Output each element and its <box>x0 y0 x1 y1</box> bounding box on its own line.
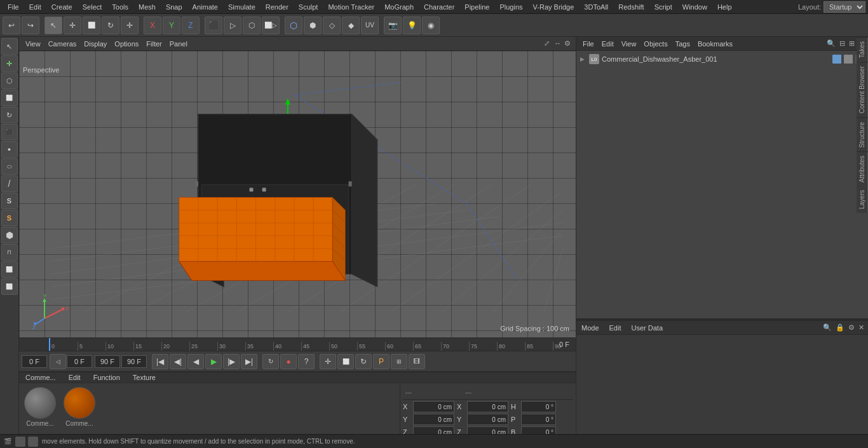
goto-start-button[interactable]: |◀ <box>152 354 168 369</box>
h-field[interactable] <box>521 401 556 412</box>
objects-view[interactable]: View <box>618 39 641 49</box>
material-swatch-1[interactable] <box>24 387 56 419</box>
cube-button[interactable]: ⬛ <box>205 17 222 34</box>
objects-objects[interactable]: Objects <box>640 39 671 49</box>
material-button[interactable]: ◉ <box>422 17 440 34</box>
attr-mode[interactable]: Mode <box>579 323 602 333</box>
grid-pb-btn[interactable]: ⊞ <box>391 354 407 369</box>
menu-motion-tracker[interactable]: Motion Tracker <box>323 2 379 12</box>
objects-tags[interactable]: Tags <box>672 39 694 49</box>
p-field[interactable] <box>521 414 556 425</box>
layout-select[interactable]: Startup <box>824 1 865 13</box>
settings-attr-icon[interactable]: ⚙ <box>847 322 856 333</box>
point-mode-button[interactable]: ◆ <box>342 17 360 34</box>
scale-tool-pb[interactable]: ⬜ <box>337 354 354 369</box>
undo-button[interactable]: ↩ <box>3 17 20 34</box>
menu-create[interactable]: Create <box>46 2 78 12</box>
vp-arrow-icon[interactable]: ↔ <box>554 39 563 48</box>
tool-magnet[interactable]: ⊓ <box>1 244 18 261</box>
tab-texture[interactable]: Texture <box>129 372 159 383</box>
tool-bottom2[interactable]: ⬜ <box>1 278 18 295</box>
x-pos-field[interactable] <box>413 401 454 412</box>
tool-hex[interactable]: ⬢ <box>1 227 18 243</box>
edge-mode-button[interactable]: ◇ <box>323 17 341 34</box>
menu-file[interactable]: File <box>3 2 24 12</box>
y-pos-field[interactable] <box>413 414 454 425</box>
render-scene-button[interactable]: ⬡ <box>243 17 261 34</box>
rotate-tool-button[interactable]: ↻ <box>102 17 119 34</box>
tab-function[interactable]: Function <box>90 372 124 383</box>
vp-settings-icon[interactable]: ⚙ <box>564 39 573 48</box>
vp-menu-display[interactable]: Display <box>80 39 111 49</box>
select-tool-button[interactable]: ↖ <box>44 17 62 34</box>
material-swatch-2[interactable] <box>64 387 95 419</box>
layout-objects-icon[interactable]: ⊞ <box>848 38 856 49</box>
loop-button[interactable]: ↻ <box>262 354 279 369</box>
alt-end-frame-field[interactable] <box>121 355 147 368</box>
vp-menu-view[interactable]: View <box>22 39 44 49</box>
z-axis-button[interactable]: Z <box>182 17 200 34</box>
current-frame-field[interactable] <box>67 355 92 368</box>
objects-bookmarks[interactable]: Bookmarks <box>694 39 736 49</box>
timeline[interactable]: 0 5 10 15 20 25 30 35 40 45 50 55 60 65 … <box>19 337 576 351</box>
menu-simulate[interactable]: Simulate <box>223 2 261 12</box>
y-axis-button[interactable]: Y <box>163 17 180 34</box>
keyframe-btn[interactable]: P <box>373 354 390 369</box>
redo-button[interactable]: ↪ <box>22 17 39 34</box>
search-attr-icon[interactable]: 🔍 <box>822 322 833 333</box>
menu-vray[interactable]: V-Ray Bridge <box>528 2 580 12</box>
menu-sculpt[interactable]: Sculpt <box>294 2 323 12</box>
goto-end-button[interactable]: ▶| <box>241 354 257 369</box>
uv-mode-button[interactable]: UV <box>361 17 379 34</box>
filter-objects-icon[interactable]: ⊟ <box>838 38 846 49</box>
vp-menu-options[interactable]: Options <box>111 39 142 49</box>
search-objects-icon[interactable]: 🔍 <box>825 38 837 49</box>
menu-character[interactable]: Character <box>419 2 459 12</box>
menu-script[interactable]: Script <box>649 2 677 12</box>
tool-line[interactable]: / <box>1 175 18 192</box>
start-frame-field[interactable] <box>22 355 47 368</box>
scene-canvas[interactable]: Perspective X Y Z Grid Spacing <box>19 51 576 337</box>
move-tool-pb[interactable]: ✛ <box>320 354 336 369</box>
tool-bottom1[interactable]: ⬜ <box>1 261 18 278</box>
vp-menu-filter[interactable]: Filter <box>142 39 165 49</box>
tool-move[interactable]: ✛ <box>1 55 18 72</box>
vp-menu-panel[interactable]: Panel <box>166 39 191 49</box>
step-back-button[interactable]: ◀| <box>170 354 186 369</box>
attributes-tab[interactable]: Attributes <box>857 151 868 186</box>
render-view-button[interactable]: ▷ <box>224 17 241 34</box>
tool-pointer[interactable]: ↖ <box>1 38 18 55</box>
play-back-button[interactable]: ◀ <box>187 354 204 369</box>
menu-help[interactable]: Help <box>712 2 737 12</box>
tool-cylinder[interactable]: ⬭ <box>1 158 18 175</box>
menu-animate[interactable]: Animate <box>187 2 223 12</box>
y-rot-field[interactable] <box>467 414 508 425</box>
light-button[interactable]: 💡 <box>403 17 421 34</box>
tab-create[interactable]: Comme... <box>22 372 60 383</box>
film-btn[interactable]: 🎞 <box>409 354 425 369</box>
menu-tools[interactable]: Tools <box>107 2 133 12</box>
tool-scale[interactable]: ⬜ <box>1 90 18 106</box>
end-frame-field[interactable] <box>95 355 120 368</box>
takes-tab[interactable]: Takes <box>857 37 868 62</box>
question-button[interactable]: ? <box>298 354 315 369</box>
tool-s2-icon[interactable]: S <box>1 210 18 226</box>
step-forward-button[interactable]: |▶ <box>223 354 240 369</box>
objects-edit[interactable]: Edit <box>598 39 618 49</box>
transform-tool-button[interactable]: ✛ <box>121 17 139 34</box>
menu-redshift[interactable]: Redshift <box>613 2 649 12</box>
x-axis-button[interactable]: X <box>144 17 161 34</box>
object-list[interactable]: ▶ L0 Commercial_Dishwasher_Asber_001 <box>576 51 868 318</box>
menu-3dtoall[interactable]: 3DToAll <box>579 2 613 12</box>
rotate-tool-pb[interactable]: ↻ <box>355 354 372 369</box>
tool-sphere[interactable]: ● <box>1 141 18 158</box>
vp-expand-icon[interactable]: ⤢ <box>544 39 553 48</box>
timeline-playhead[interactable] <box>49 338 50 351</box>
tool-rotate[interactable]: ↻ <box>1 107 18 123</box>
close-attr-icon[interactable]: ✕ <box>857 322 865 333</box>
menu-snap[interactable]: Snap <box>161 2 187 12</box>
vp-menu-cameras[interactable]: Cameras <box>44 39 81 49</box>
menu-window[interactable]: Window <box>677 2 712 12</box>
attr-edit[interactable]: Edit <box>607 323 624 333</box>
menu-render[interactable]: Render <box>261 2 294 12</box>
